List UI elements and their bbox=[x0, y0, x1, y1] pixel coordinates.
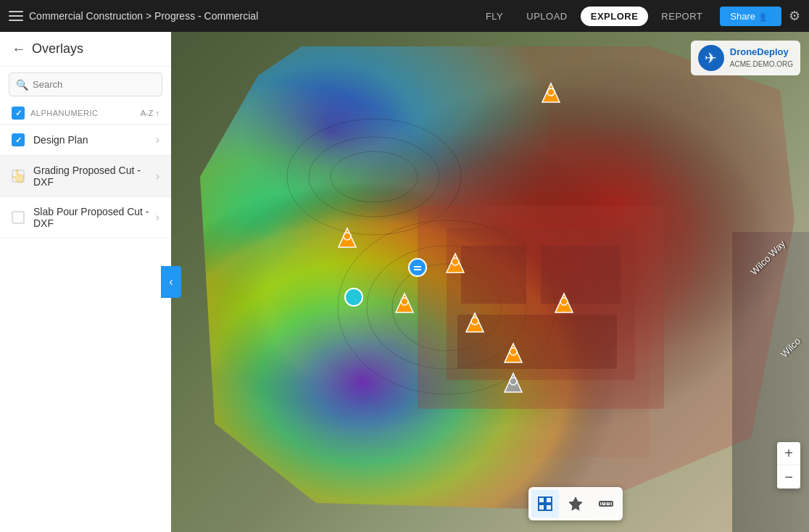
nav-explore[interactable]: EXPLORE bbox=[581, 7, 649, 26]
pin-tool-icon bbox=[568, 496, 584, 512]
search-input[interactable] bbox=[9, 72, 162, 96]
marker-orange-2[interactable] bbox=[445, 252, 465, 278]
svg-rect-41 bbox=[546, 497, 552, 503]
marker-orange-7[interactable] bbox=[554, 292, 574, 318]
overlay-item-grading[interactable]: Grading Proposed Cut - DXF › 👆 bbox=[0, 156, 171, 197]
sidebar-panel: ← Overlays 🔍 ALPHANUMERIC A-Z ↑ Design P… bbox=[0, 32, 171, 532]
marker-orange-6[interactable] bbox=[503, 342, 523, 368]
marker-orange-3[interactable] bbox=[337, 227, 357, 253]
grid-tool-button[interactable] bbox=[531, 490, 559, 518]
svg-point-21 bbox=[547, 88, 555, 96]
hamburger-menu[interactable] bbox=[9, 9, 23, 23]
overlay-item-design-plan[interactable]: Design Plan › bbox=[0, 125, 171, 156]
settings-icon[interactable]: ⚙ bbox=[789, 8, 800, 24]
svg-point-25 bbox=[344, 233, 351, 240]
search-icon: 🔍 bbox=[16, 79, 28, 91]
nav-tabs: FLY UPLOAD EXPLORE REPORT bbox=[476, 7, 713, 26]
design-plan-checkbox[interactable] bbox=[12, 133, 25, 146]
grid-tool-icon bbox=[537, 496, 553, 512]
design-plan-chevron: › bbox=[156, 133, 159, 146]
svg-point-39 bbox=[345, 288, 362, 306]
search-box: 🔍 bbox=[9, 72, 162, 96]
back-arrow-icon[interactable]: ← bbox=[12, 41, 26, 57]
slab-chevron: › bbox=[156, 211, 159, 224]
overlay-item-slab[interactable]: Slab Pour Proposed Cut - DXF › bbox=[0, 197, 171, 238]
nav-fly[interactable]: FLY bbox=[476, 7, 513, 26]
sort-direction[interactable]: A-Z ↑ bbox=[141, 109, 159, 117]
svg-rect-40 bbox=[539, 497, 544, 503]
drone-icon-symbol: ✈ bbox=[705, 49, 717, 67]
svg-rect-37 bbox=[414, 266, 421, 267]
svg-point-35 bbox=[510, 378, 517, 385]
svg-point-31 bbox=[510, 348, 517, 355]
slab-label: Slab Pour Proposed Cut - DXF bbox=[33, 206, 156, 229]
dronedeploy-logo: ✈ DroneDeploy ACME.DEMO.ORG bbox=[691, 41, 800, 75]
overlay-list: Design Plan › Grading Proposed Cut - DXF… bbox=[0, 125, 171, 532]
zoom-controls: + − bbox=[777, 442, 800, 489]
nav-upload[interactable]: UPLOAD bbox=[516, 7, 577, 26]
marker-grey-1[interactable] bbox=[503, 372, 523, 398]
nav-left: Commercial Construction > Progress - Com… bbox=[9, 9, 468, 23]
marker-orange-5[interactable] bbox=[465, 312, 485, 338]
share-button[interactable]: Share 👥 bbox=[720, 7, 781, 26]
drone-logo-icon: ✈ bbox=[698, 45, 724, 71]
sort-label: ALPHANUMERIC bbox=[30, 109, 98, 117]
svg-point-27 bbox=[401, 298, 408, 305]
sort-check-area: ALPHANUMERIC bbox=[12, 107, 98, 120]
design-plan-label: Design Plan bbox=[33, 134, 156, 146]
zoom-out-button[interactable]: − bbox=[777, 465, 800, 489]
share-icon: 👥 bbox=[760, 11, 771, 22]
top-navigation: Commercial Construction > Progress - Com… bbox=[0, 0, 809, 32]
marker-orange-1[interactable] bbox=[541, 82, 561, 108]
svg-rect-43 bbox=[546, 504, 552, 510]
marker-orange-4[interactable] bbox=[394, 292, 415, 318]
svg-point-23 bbox=[452, 258, 459, 265]
select-all-checkbox[interactable] bbox=[12, 107, 25, 120]
sidebar-title: Overlays bbox=[32, 41, 83, 57]
svg-marker-44 bbox=[569, 497, 582, 510]
marker-blue-circle[interactable] bbox=[407, 257, 428, 280]
svg-rect-38 bbox=[414, 269, 421, 270]
zoom-in-button[interactable]: + bbox=[777, 442, 800, 465]
map-area[interactable]: ✈ DroneDeploy ACME.DEMO.ORG Wilco Way Wi… bbox=[171, 32, 809, 532]
nav-report[interactable]: REPORT bbox=[651, 7, 713, 26]
svg-point-33 bbox=[560, 298, 568, 305]
breadcrumb: Commercial Construction > Progress - Com… bbox=[29, 10, 258, 22]
sidebar-header: ← Overlays bbox=[0, 32, 171, 67]
drone-logo-text: DroneDeploy ACME.DEMO.ORG bbox=[730, 46, 793, 70]
pin-tool-button[interactable] bbox=[562, 490, 589, 518]
sidebar-collapse-button[interactable]: ‹ bbox=[161, 266, 181, 298]
marker-teal-circle[interactable] bbox=[344, 287, 364, 310]
sort-row: ALPHANUMERIC A-Z ↑ bbox=[0, 102, 171, 125]
grading-label: Grading Proposed Cut - DXF bbox=[33, 165, 156, 188]
measure-tool-button[interactable] bbox=[592, 490, 620, 518]
cursor-pointer-icon: 👆 bbox=[10, 168, 26, 184]
map-toolbar bbox=[528, 487, 623, 520]
measure-tool-icon bbox=[598, 496, 614, 512]
svg-point-29 bbox=[471, 317, 478, 325]
svg-rect-42 bbox=[539, 504, 544, 510]
grading-chevron: › bbox=[156, 170, 159, 183]
slab-checkbox[interactable] bbox=[12, 211, 25, 224]
